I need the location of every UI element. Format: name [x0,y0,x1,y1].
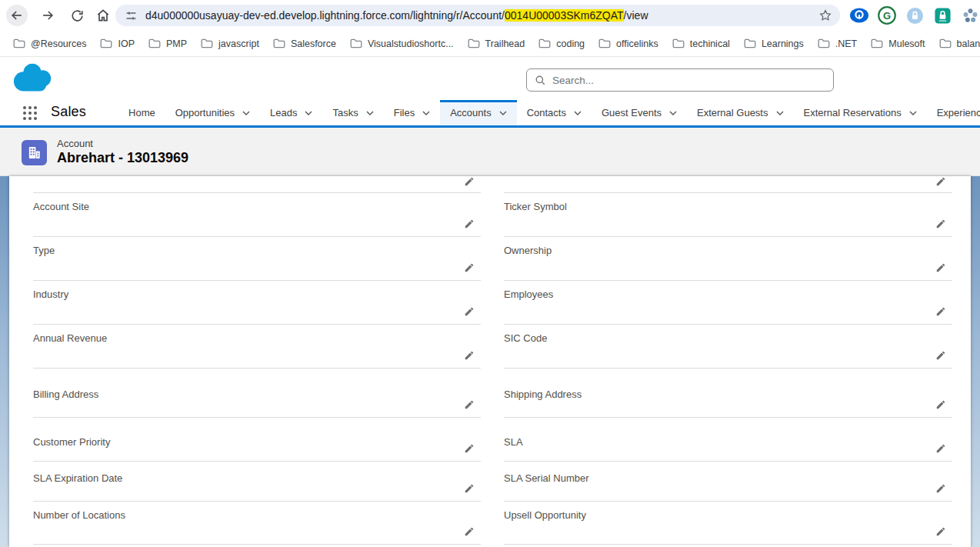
app-launcher-icon[interactable] [22,105,38,122]
home-button[interactable] [92,5,114,26]
folder-icon [350,38,362,48]
reload-button[interactable] [66,5,88,26]
site-settings-icon[interactable] [125,9,138,22]
edit-pencil-icon[interactable] [464,306,476,319]
field-label: Employees [504,289,952,300]
edit-pencil-icon[interactable] [935,443,948,455]
field-row [33,176,481,193]
record-entity-label: Account [57,138,93,149]
bookmark-folder[interactable]: Trailhead [461,34,532,54]
chevron-down-icon[interactable] [242,111,250,115]
nav-tab[interactable]: Accounts [440,100,516,125]
nav-tab-label: Tasks [332,107,358,118]
field-label: SLA [504,436,952,448]
edit-pencil-icon[interactable] [935,218,948,231]
field-row: Industry [33,289,481,325]
field-label: Ownership [504,245,952,256]
chevron-down-icon[interactable] [776,111,784,115]
bookmark-folder[interactable]: Learnings [737,34,811,54]
edit-pencil-icon[interactable] [464,399,476,412]
chevron-down-icon[interactable] [669,111,677,115]
nav-tab[interactable]: Leads [260,100,322,125]
chevron-down-icon[interactable] [305,111,312,115]
field-label: SLA Serial Number [504,472,952,484]
edit-pencil-icon[interactable] [935,483,948,495]
folder-icon [100,38,112,48]
edit-pencil-icon[interactable] [935,262,948,275]
bookmark-folder[interactable]: IOP [93,34,142,54]
nav-tab[interactable]: External Guests [687,100,794,125]
edit-pencil-icon[interactable] [935,526,948,539]
nav-tab[interactable]: Experiences [927,100,980,125]
record-title: Abrehart - 13013969 [57,150,188,166]
lock-blue-icon[interactable] [905,5,925,25]
nav-tab-label: Guest Events [602,107,662,118]
edit-pencil-icon[interactable] [464,443,476,455]
nav-tab[interactable]: External Reservations [794,100,927,125]
field-row: Shipping Address [504,369,952,418]
nav-tab[interactable]: Tasks [322,100,383,125]
bookmark-label: techinical [690,38,730,49]
grammarly-icon[interactable]: G [877,5,897,25]
search-input[interactable] [552,75,825,86]
bookmark-folder[interactable]: PMP [142,34,194,54]
bookmark-folder[interactable]: techinical [665,34,737,54]
nav-tab[interactable]: Guest Events [592,100,687,125]
field-label: Account Site [33,201,481,212]
nav-tab[interactable]: Home [118,100,165,125]
edit-pencil-icon[interactable] [935,350,948,362]
bookmark-folder[interactable]: coding [532,34,592,54]
chevron-down-icon[interactable] [366,111,374,115]
record-header: Account Abrehart - 13013969 [0,128,980,176]
url-bar[interactable]: d4u000000usayuay-dev-ed.develop.lightnin… [115,5,840,26]
lock-teal-icon[interactable] [932,5,952,25]
edit-pencil-icon[interactable] [935,306,948,319]
bookmark-label: coding [556,38,585,49]
nav-tab[interactable]: Contacts [517,100,592,125]
onepassword-icon[interactable] [849,5,869,25]
chevron-down-icon[interactable] [574,111,582,115]
bookmark-label: Visualstudioshortc... [368,38,454,49]
salesforce-nav-bar: Sales Home Opportunities Leads [0,100,980,128]
field-row [504,176,952,193]
field-row: Type [33,245,481,281]
nav-tab[interactable]: Opportunities [165,100,260,125]
chevron-down-icon[interactable] [422,111,430,115]
nav-tabs: Home Opportunities Leads Tasks [118,100,980,125]
field-row: Account Site [33,201,481,237]
bookmark-folder[interactable]: officelinks [592,34,665,54]
field-label: Industry [33,289,481,300]
nav-tab-label: Leads [270,107,297,118]
bookmark-folder[interactable]: Mulesoft [864,34,932,54]
back-button[interactable] [6,5,28,26]
field-row: SIC Code [504,332,952,369]
bookmark-star-icon[interactable] [818,8,832,22]
edit-pencil-icon[interactable] [464,483,476,495]
chevron-down-icon[interactable] [499,111,507,115]
bookmark-label: IOP [118,38,135,49]
bookmark-folder[interactable]: .NET [811,34,864,54]
bookmark-label: @Resources [31,38,86,49]
bookmark-folder[interactable]: balancing [932,34,980,54]
salesforce-header [0,57,980,100]
forward-button[interactable] [37,5,58,26]
edit-pencil-icon[interactable] [464,526,476,539]
edit-pencil-icon[interactable] [464,350,476,362]
edit-pencil-icon[interactable] [464,218,476,231]
bookmark-folder[interactable]: @Resources [6,34,93,54]
screen: d4u000000usayuay-dev-ed.develop.lightnin… [0,0,980,547]
edit-pencil-icon[interactable] [935,399,948,412]
bookmark-folder[interactable]: Visualstudioshortc... [343,34,461,54]
edit-pencil-icon[interactable] [464,176,476,188]
edit-pencil-icon[interactable] [935,176,948,188]
folder-icon [871,38,883,48]
edit-pencil-icon[interactable] [464,262,476,275]
folder-icon [13,38,25,48]
bookmark-label: .NET [835,38,857,49]
chevron-down-icon[interactable] [909,111,917,115]
bookmark-folder[interactable]: Salesforce [266,34,343,54]
bookmark-label: Learnings [762,38,804,49]
extensions-cluster-icon[interactable] [960,5,980,25]
nav-tab[interactable]: Files [384,100,440,125]
bookmark-folder[interactable]: javascript [194,34,266,54]
